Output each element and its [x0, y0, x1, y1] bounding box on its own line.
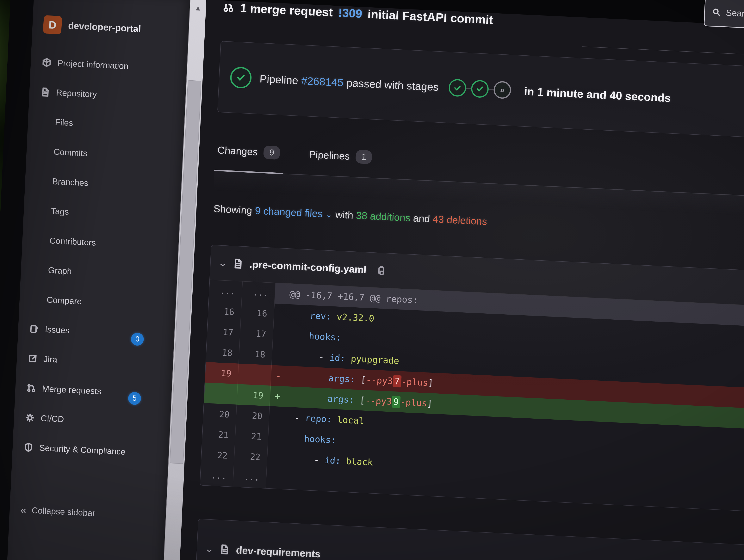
gear-icon [25, 412, 35, 423]
new-line-number[interactable]: 17 [240, 323, 274, 345]
chevron-down-icon[interactable]: ⌄ [325, 210, 333, 220]
code-token-pl: - [284, 412, 305, 423]
sidebar-item-label: Jira [43, 354, 58, 364]
old-line-number[interactable]: ... [200, 464, 234, 487]
tab-label: Changes [217, 144, 258, 158]
old-line-number[interactable]: 17 [207, 321, 241, 343]
deletions-count: 43 deletions [433, 213, 487, 227]
sidebar-item-label: Graph [48, 265, 72, 276]
chevron-down-icon[interactable]: ⌄ [204, 544, 214, 554]
new-line-number[interactable] [238, 364, 272, 386]
diff-table: ......@@ -16,7 +16,7 @@ repos:1616 rev: … [200, 280, 744, 514]
new-line-number[interactable]: 21 [235, 425, 269, 447]
code-token-key: id: [329, 352, 346, 364]
code-token-key: hooks: [304, 433, 337, 445]
code-token-key: id: [324, 455, 341, 466]
old-line-number[interactable]: 18 [206, 341, 240, 364]
code-token-pl [331, 311, 337, 322]
diff-marker [267, 447, 282, 468]
diff-marker [268, 427, 283, 448]
changed-files-dropdown[interactable]: 9 changed files [255, 205, 323, 219]
pipeline-status: passed with stages [346, 76, 439, 93]
shield-icon [23, 442, 34, 452]
collapse-label: Collapse sidebar [32, 506, 96, 518]
copy-icon[interactable] [376, 265, 386, 275]
collapse-sidebar-button[interactable]: « Collapse sidebar [20, 504, 95, 519]
title-text: initial FastAPI commit [367, 7, 493, 27]
new-line-number[interactable]: ... [242, 282, 276, 303]
tab-changes[interactable]: Changes 9 [217, 130, 281, 173]
pipeline-label: Pipeline [259, 72, 299, 86]
scroll-up-button[interactable]: ▲ [190, 0, 206, 17]
new-line-number[interactable]: 19 [237, 384, 271, 406]
new-line-number[interactable]: 20 [236, 405, 270, 427]
code-token-pl [285, 391, 328, 404]
sidebar-item-label: Security & Compliance [39, 443, 126, 456]
old-line-number[interactable]: 21 [202, 424, 236, 446]
pipeline-number-link[interactable]: #268145 [301, 74, 344, 88]
tab-count-badge: 9 [263, 146, 281, 160]
project-avatar: D [43, 15, 62, 34]
sidebar-item-label: Repository [56, 87, 97, 99]
diff-marker [274, 283, 290, 304]
old-line-number[interactable]: 22 [201, 444, 235, 466]
code-token-val: v2.32.0 [337, 311, 374, 324]
diff-marker [269, 406, 284, 427]
pipeline-status-text: Pipeline #268145 passed with stages [259, 72, 439, 93]
code-token-pl [345, 353, 351, 364]
search-input[interactable]: Search o [704, 0, 744, 33]
sidebar-item-label: Merge requests [42, 384, 102, 396]
chevron-down-icon[interactable]: ⌄ [218, 258, 227, 268]
sidebar-item-label: Issues [45, 325, 70, 335]
new-line-number[interactable]: 18 [239, 343, 273, 365]
new-line-number[interactable]: 16 [241, 302, 275, 324]
old-line-number[interactable]: 19 [205, 362, 239, 384]
code-token-key: args: [327, 394, 355, 405]
diff-marker [266, 468, 281, 489]
issues-count-badge: 0 [131, 332, 144, 346]
sidebar: SPATIAL WEB D developer-portal Project i… [5, 0, 190, 560]
cube-icon [41, 57, 52, 68]
code-token-pl: ] [428, 377, 434, 388]
main-content: Search o 1 merge request !309 initial Fa… [177, 0, 744, 560]
code-token-pl: [ [354, 395, 365, 406]
pipeline-duration: in 1 minute and 40 seconds [524, 84, 671, 104]
old-line-number[interactable]: 16 [208, 300, 242, 323]
sidebar-item-label: Tags [51, 206, 69, 217]
brand-logo-text: SPATIAL WEB [70, 0, 116, 0]
pipeline-passed-icon [230, 67, 252, 89]
pipeline-mini-graph: » [448, 79, 512, 99]
new-line-number[interactable]: ... [233, 466, 267, 488]
file-icon [233, 258, 243, 269]
stage-skipped-icon[interactable]: » [493, 81, 511, 99]
document-icon [40, 87, 50, 97]
sidebar-item-label: Branches [52, 177, 88, 188]
stage-passed-icon[interactable] [471, 80, 489, 98]
code-token-chipadd: 9 [392, 396, 401, 408]
collapse-icon: « [20, 504, 27, 516]
old-line-number[interactable] [204, 382, 238, 405]
project-name: developer-portal [68, 20, 141, 34]
diff-file-card: ⌄ .pre-commit-config.yaml ......@@ -16,7… [200, 245, 744, 514]
summary-with: with [335, 209, 354, 221]
next-file-name: dev-requirements [236, 544, 321, 560]
old-line-number[interactable]: ... [209, 280, 243, 302]
stage-passed-icon[interactable] [448, 79, 467, 97]
tab-pipelines[interactable]: Pipelines 1 [308, 134, 373, 178]
next-file-header[interactable]: ⌄ dev-requirements [195, 519, 744, 560]
code-token-str: --py3 [365, 395, 392, 407]
sidebar-project[interactable]: D developer-portal [43, 12, 189, 43]
code-token-val: pyupgrade [351, 353, 400, 366]
old-line-number[interactable]: 20 [203, 403, 237, 425]
mr-reference-link[interactable]: !309 [338, 6, 363, 21]
merge-request-icon [26, 383, 36, 393]
tab-label: Pipelines [309, 149, 350, 162]
diff-marker [273, 303, 289, 325]
code-token-pl: [ [355, 374, 366, 385]
code-token-pl [283, 432, 304, 444]
new-line-number[interactable]: 22 [234, 446, 268, 468]
diff-marker [272, 345, 287, 366]
external-link-icon [28, 353, 38, 364]
sidebar-item-label: Project information [58, 58, 129, 71]
sidebar-item-label: Compare [46, 295, 82, 306]
